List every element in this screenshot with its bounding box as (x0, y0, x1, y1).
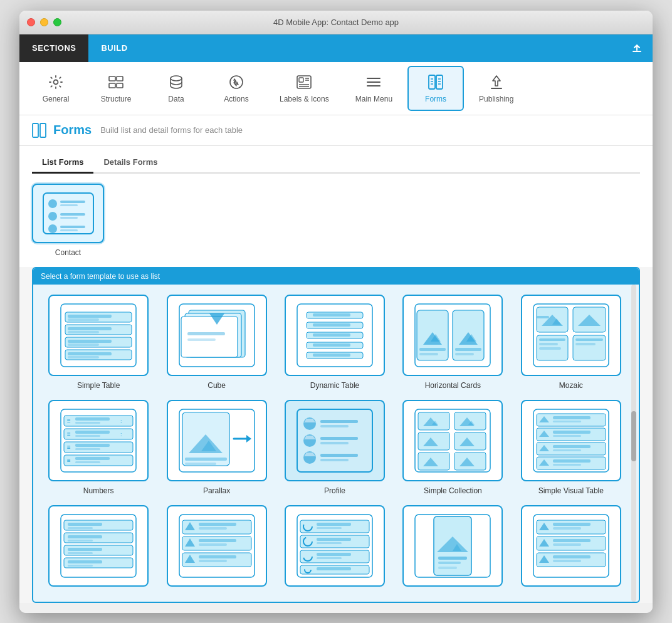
svg-rect-59 (313, 313, 350, 317)
svg-rect-190 (199, 560, 227, 562)
template-label: Horizontal Cards (425, 381, 481, 390)
nav-sections[interactable]: SECTIONS (19, 34, 88, 62)
svg-rect-53 (181, 317, 238, 357)
svg-rect-226 (553, 560, 581, 562)
svg-rect-160 (553, 449, 581, 451)
svg-text::: : (120, 431, 122, 437)
svg-rect-91 (575, 338, 603, 341)
svg-rect-119 (185, 463, 216, 465)
svg-point-34 (48, 224, 57, 233)
maximize-button[interactable] (53, 18, 61, 26)
close-button[interactable] (27, 18, 35, 26)
toolbar: General Structure (19, 62, 653, 115)
forms-page-icon (32, 123, 47, 138)
svg-rect-181 (199, 523, 236, 526)
template-parallax[interactable]: Parallax (161, 400, 271, 495)
svg-rect-39 (68, 315, 112, 318)
form-list: Contact (32, 174, 640, 267)
svg-rect-198 (317, 538, 351, 541)
svg-rect-194 (317, 523, 351, 526)
svg-rect-217 (553, 523, 591, 526)
tab-list-forms[interactable]: List Forms (32, 152, 93, 174)
template-profile[interactable]: Profile (280, 400, 390, 495)
svg-rect-63 (313, 333, 350, 337)
svg-rect-89 (539, 347, 561, 350)
upload-button[interactable] (621, 34, 653, 62)
form-card-contact[interactable]: Contact (32, 184, 104, 257)
template-thumb (521, 400, 621, 481)
scrollbar-thumb[interactable] (631, 411, 636, 461)
publishing-icon (488, 73, 505, 91)
toolbar-main-menu[interactable]: Main Menu (344, 66, 404, 111)
svg-rect-167 (68, 523, 102, 526)
svg-rect-2 (117, 76, 123, 81)
svg-rect-102 (75, 435, 100, 437)
template-label: Cube (207, 381, 226, 390)
toolbar-actions[interactable]: Actions (208, 66, 265, 111)
svg-rect-176 (68, 560, 102, 563)
template-label: Numbers (83, 486, 114, 495)
svg-rect-26 (40, 123, 46, 137)
svg-rect-48 (68, 352, 112, 355)
minimize-button[interactable] (40, 18, 48, 26)
svg-rect-96 (75, 417, 110, 421)
template-row13[interactable] (280, 505, 390, 592)
template-thumb (48, 295, 149, 376)
svg-rect-225 (553, 555, 591, 558)
svg-rect-159 (553, 445, 591, 448)
template-row11[interactable] (43, 505, 154, 592)
toolbar-labels-icons[interactable]: Labels & Icons (268, 66, 340, 111)
template-simple-table[interactable]: Simple Table (43, 295, 154, 390)
template-row12[interactable] (161, 505, 271, 592)
svg-rect-195 (317, 527, 342, 529)
template-thumb (285, 400, 385, 481)
svg-rect-78 (455, 353, 474, 355)
svg-rect-99 (64, 429, 133, 439)
svg-text:≡: ≡ (67, 444, 71, 451)
template-label: Mozaic (559, 381, 583, 390)
template-label: Simple Visual Table (538, 486, 604, 495)
svg-rect-101 (75, 431, 110, 434)
template-simple-visual-table[interactable]: Simple Visual Table (516, 400, 626, 495)
svg-text:≡: ≡ (67, 417, 71, 424)
form-card-label: Contact (55, 248, 81, 257)
toolbar-structure[interactable]: Structure (88, 66, 144, 111)
template-thumb (402, 505, 503, 587)
svg-rect-170 (68, 535, 102, 538)
template-grid-wrapper: Simple Table (33, 285, 639, 602)
template-cube[interactable]: Cube (161, 295, 271, 390)
toolbar-general[interactable]: General (28, 66, 84, 111)
actions-icon (228, 73, 245, 91)
svg-rect-222 (553, 543, 581, 546)
svg-rect-186 (199, 543, 227, 546)
toolbar-data[interactable]: Data (148, 66, 204, 111)
data-icon (167, 73, 185, 91)
toolbar-publishing[interactable]: Publishing (468, 66, 525, 111)
structure-icon (107, 73, 125, 91)
svg-rect-17 (436, 75, 443, 89)
template-thumb (285, 295, 385, 376)
svg-rect-92 (575, 343, 596, 345)
template-label: Simple Collection (424, 486, 482, 495)
template-dynamic-table[interactable]: Dynamic Table (280, 295, 390, 390)
template-simple-collection[interactable]: Simple Collection (397, 400, 508, 495)
svg-rect-65 (313, 343, 350, 347)
template-area: Select a form template to use as list (32, 267, 640, 603)
titlebar: 4D Mobile App: Contact Demo app (19, 11, 653, 34)
toolbar-forms[interactable]: Forms (407, 66, 464, 111)
svg-rect-45 (68, 340, 112, 343)
template-thumb: ≡ : ≡ : ≡ (48, 400, 149, 481)
tab-details-forms[interactable]: Details Forms (93, 152, 167, 174)
template-horizontal-cards[interactable]: Horizontal Cards (397, 295, 508, 390)
template-row14[interactable] (397, 505, 508, 592)
svg-rect-132 (320, 459, 349, 461)
template-mozaic[interactable]: Mozaic (516, 295, 626, 390)
svg-rect-42 (68, 327, 112, 330)
svg-rect-73 (419, 353, 438, 355)
svg-text::: : (120, 418, 122, 424)
menu-icon (365, 73, 382, 91)
template-numbers[interactable]: ≡ : ≡ : ≡ (43, 400, 154, 495)
nav-build[interactable]: BUILD (88, 34, 140, 62)
template-row15[interactable] (516, 505, 626, 592)
svg-rect-77 (455, 348, 481, 351)
